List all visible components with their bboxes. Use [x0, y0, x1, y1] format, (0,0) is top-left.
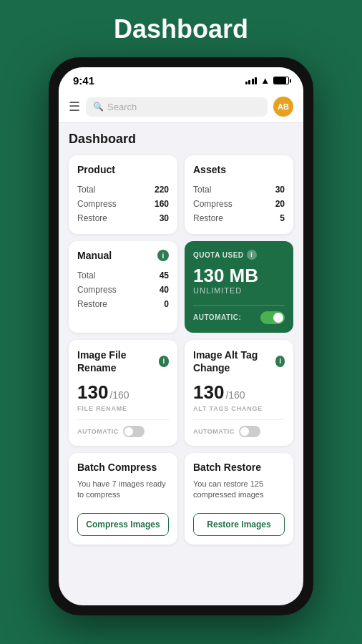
second-cards-grid: Manual i Total 45 Compress 40 Restore [69, 241, 293, 333]
assets-restore-row: Restore 5 [193, 211, 285, 225]
product-compress-value: 160 [155, 199, 169, 209]
outer-container: Dashboard 9:41 ▲ [0, 0, 362, 644]
batch-compress-desc: You have 7 images ready to compress [77, 479, 169, 504]
alt-tag-card: Image Alt Tag Change i 130 /160 ALT TAGS… [185, 340, 293, 446]
rename-auto-row: AUTOMATIC [77, 419, 169, 437]
alt-tag-auto-toggle[interactable] [239, 426, 260, 437]
quota-label: QUOTA USED [193, 251, 244, 259]
rename-title-row: Image File Rename i [77, 348, 169, 374]
status-bar: 9:41 ▲ [59, 67, 303, 91]
rename-auto-toggle[interactable] [123, 426, 145, 437]
status-time: 9:41 [73, 74, 94, 87]
assets-card-title-row: Assets [193, 164, 285, 175]
rename-info-icon[interactable]: i [159, 356, 169, 367]
manual-total-label: Total [77, 270, 95, 280]
hamburger-icon[interactable]: ☰ [69, 99, 80, 114]
phone-screen: 9:41 ▲ ☰ 🔍 [59, 67, 303, 605]
quota-sub: UNLIMITED [193, 286, 285, 295]
alt-tag-auto-row: AUTOMATIC [193, 419, 285, 437]
product-total-label: Total [77, 185, 95, 195]
page-title: Dashboard [114, 14, 248, 44]
signal-bar-1 [245, 82, 248, 84]
avatar[interactable]: AB [273, 97, 293, 117]
third-cards-grid: Image File Rename i 130 /160 FILE RENAME… [69, 340, 293, 446]
batch-section: Batch Compress You have 7 images ready t… [69, 453, 293, 545]
automatic-toggle[interactable] [260, 311, 285, 324]
batch-compress-title: Batch Compress [77, 462, 169, 473]
batch-restore-desc: You can restore 125 compressed images [193, 479, 285, 504]
battery-icon [273, 77, 289, 84]
alt-tag-count-row: 130 /160 [193, 381, 285, 404]
batch-restore-card: Batch Restore You can restore 125 compre… [185, 453, 293, 545]
alt-tag-type-label: ALT TAGS CHANGE [193, 405, 285, 412]
alt-tag-count-main: 130 [193, 381, 224, 404]
assets-total-row: Total 30 [193, 182, 285, 197]
search-placeholder-text: Search [107, 102, 137, 112]
manual-info-icon[interactable]: i [157, 250, 169, 261]
assets-compress-label: Compress [193, 199, 233, 209]
battery-fill [274, 77, 286, 84]
product-compress-row: Compress 160 [77, 197, 169, 211]
assets-total-label: Total [193, 185, 211, 195]
wifi-icon: ▲ [260, 75, 270, 86]
batch-compress-card: Batch Compress You have 7 images ready t… [69, 453, 177, 545]
product-card-title-row: Product [77, 164, 169, 175]
signal-bar-3 [252, 79, 254, 84]
rename-toggle-knob [124, 427, 133, 436]
toggle-knob [273, 313, 283, 323]
manual-card-title: Manual [77, 250, 112, 261]
image-rename-card: Image File Rename i 130 /160 FILE RENAME… [69, 340, 177, 446]
search-bar[interactable]: 🔍 Search [86, 97, 268, 117]
alt-tag-card-title: Image Alt Tag Change [193, 348, 275, 374]
product-card: Product Total 220 Compress 160 Restore [69, 155, 177, 234]
alt-tag-auto-label: AUTOMATIC [193, 428, 235, 435]
assets-restore-value: 5 [280, 213, 285, 223]
rename-card-title: Image File Rename [77, 348, 159, 374]
phone-frame: 9:41 ▲ ☰ 🔍 [49, 57, 313, 615]
rename-count-sub: /160 [109, 389, 129, 401]
restore-images-button[interactable]: Restore Images [193, 513, 285, 536]
automatic-label: AUTOMATIC: [193, 313, 241, 321]
manual-restore-row: Restore 0 [77, 297, 169, 311]
search-icon: 🔍 [93, 102, 104, 112]
assets-restore-label: Restore [193, 213, 223, 223]
manual-compress-value: 40 [160, 285, 169, 295]
signal-bars-icon [245, 77, 258, 84]
manual-card: Manual i Total 45 Compress 40 Restore [69, 241, 177, 333]
product-restore-label: Restore [77, 213, 107, 223]
manual-compress-row: Compress 40 [77, 283, 169, 297]
rename-auto-label: AUTOMATIC [77, 428, 119, 435]
manual-total-value: 45 [160, 270, 169, 280]
quota-value: 130 MB [193, 265, 285, 286]
alt-tag-toggle-knob [240, 427, 249, 436]
product-total-row: Total 220 [77, 182, 169, 197]
manual-card-title-row: Manual i [77, 250, 169, 261]
alt-tag-info-icon[interactable]: i [275, 356, 285, 367]
product-restore-value: 30 [160, 213, 169, 223]
rename-count-main: 130 [77, 381, 108, 404]
rename-type-label: FILE RENAME [77, 405, 169, 412]
assets-card: Assets Total 30 Compress 20 Restore 5 [185, 155, 293, 234]
assets-compress-value: 20 [275, 199, 285, 209]
manual-total-row: Total 45 [77, 268, 169, 283]
manual-restore-value: 0 [164, 299, 169, 309]
top-cards-grid: Product Total 220 Compress 160 Restore [69, 155, 293, 234]
signal-bar-2 [248, 80, 250, 84]
alt-tag-count-sub: /160 [225, 389, 245, 401]
dashboard-heading: Dashboard [69, 132, 293, 147]
manual-restore-label: Restore [77, 299, 107, 309]
batch-restore-title: Batch Restore [193, 462, 285, 473]
product-restore-row: Restore 30 [77, 211, 169, 225]
product-card-title: Product [77, 164, 115, 175]
compress-images-button[interactable]: Compress Images [77, 513, 169, 536]
quota-title-row: QUOTA USED i [193, 250, 285, 260]
assets-compress-row: Compress 20 [193, 197, 285, 211]
assets-total-value: 30 [275, 185, 285, 195]
product-total-value: 220 [155, 185, 169, 195]
assets-card-title: Assets [193, 164, 226, 175]
quota-info-icon[interactable]: i [247, 250, 257, 260]
automatic-row: AUTOMATIC: [193, 305, 285, 324]
product-compress-label: Compress [77, 199, 117, 209]
quota-card: QUOTA USED i 130 MB UNLIMITED AUTOMATIC: [185, 241, 293, 333]
nav-bar: ☰ 🔍 Search AB [59, 91, 303, 123]
